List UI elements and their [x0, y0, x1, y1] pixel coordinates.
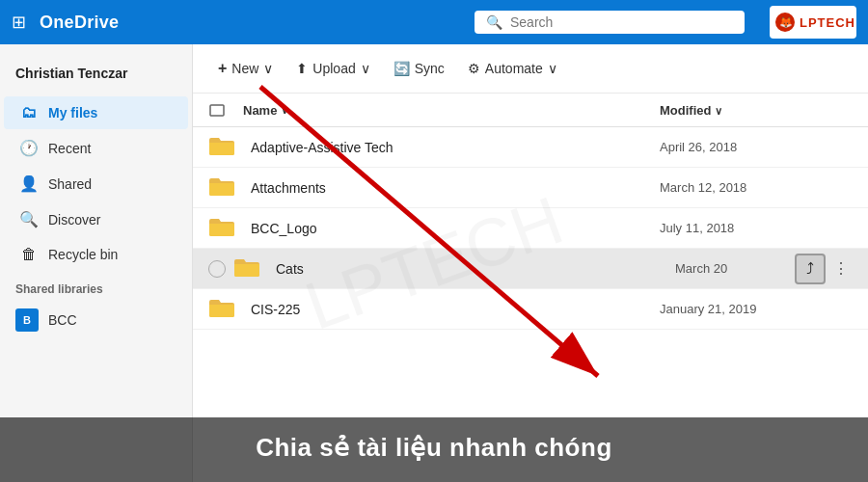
table-row[interactable]: Adaptive-Assistive Tech April 26, 2018 [193, 127, 868, 168]
upload-label: Upload [312, 61, 355, 76]
sync-label: Sync [415, 61, 445, 76]
row-3-icon [233, 256, 268, 281]
shared-icon: 👤 [19, 174, 39, 193]
modified-col-label: Modified [660, 103, 711, 118]
grid-icon: ⊞ [12, 12, 26, 33]
table-row[interactable]: Cats March 20 ⤴ ⋮ [193, 249, 868, 289]
row-3-select-circle[interactable] [208, 260, 226, 278]
upload-button[interactable]: ⬆ Upload ∨ [286, 55, 379, 82]
automate-chevron-icon: ∨ [548, 61, 557, 76]
new-button[interactable]: + New ∨ [208, 54, 283, 83]
row-4-name: CIS-225 [243, 302, 660, 317]
search-icon: 🔍 [486, 14, 502, 30]
sidebar-item-my-files-label: My files [48, 105, 97, 120]
row-3-more-button[interactable]: ⋮ [829, 257, 853, 281]
main-layout: Christian Tenczar 🗂 My files 🕐 Recent 👤 … [0, 44, 868, 482]
sidebar-item-recycle-bin[interactable]: 🗑 Recycle bin [4, 238, 188, 271]
more-icon: ⋮ [833, 259, 849, 278]
search-bar[interactable]: 🔍 [475, 11, 745, 34]
sidebar-item-shared-label: Shared [48, 176, 92, 192]
sidebar-item-discover-label: Discover [48, 212, 100, 228]
share-icon: ⤴ [806, 260, 814, 278]
row-2-name: BCC_Logo [243, 221, 660, 236]
search-input[interactable] [510, 14, 733, 30]
svg-text:🦊: 🦊 [779, 15, 794, 29]
sidebar-user: Christian Tenczar [0, 58, 192, 94]
plus-icon: + [218, 60, 227, 77]
toolbar: + New ∨ ⬆ Upload ∨ 🔄 Sync ⚙ Automate ∨ [193, 44, 868, 94]
automate-icon: ⚙ [468, 61, 480, 76]
row-4-icon [208, 297, 243, 321]
sidebar-lib-bcc[interactable]: B BCC [0, 302, 192, 338]
bottom-text-overlay: Chia sẻ tài liệu nhanh chóng [0, 417, 868, 482]
recycle-bin-icon: 🗑 [19, 246, 39, 263]
sidebar-item-recent[interactable]: 🕐 Recent [4, 131, 188, 165]
row-0-name: Adaptive-Assistive Tech [243, 140, 660, 155]
file-table-header: Name ∨ Modified ∨ [193, 94, 868, 127]
lptech-logo: LPTECH 🦊 [770, 6, 856, 39]
col-modified-header[interactable]: Modified ∨ [660, 103, 814, 118]
row-1-name: Attachments [243, 180, 660, 196]
app-logo: OneDrive [40, 13, 119, 33]
sync-icon: 🔄 [393, 61, 410, 76]
row-2-icon [208, 216, 243, 240]
sidebar-item-recent-label: Recent [48, 141, 91, 156]
row-0-icon [208, 135, 243, 159]
discover-icon: 🔍 [19, 210, 39, 228]
col-name-header[interactable]: Name ∨ [243, 103, 660, 118]
sidebar-item-discover[interactable]: 🔍 Discover [4, 202, 188, 236]
row-1-icon [208, 175, 243, 200]
content-area: + New ∨ ⬆ Upload ∨ 🔄 Sync ⚙ Automate ∨ [193, 44, 868, 482]
svg-text:LPTECH: LPTECH [800, 15, 854, 30]
table-row[interactable]: CIS-225 January 21, 2019 [193, 289, 868, 330]
sidebar-item-shared[interactable]: 👤 Shared [4, 167, 188, 201]
sidebar-item-recycle-bin-label: Recycle bin [48, 247, 118, 262]
shared-libraries-label: Shared libraries [0, 273, 192, 300]
new-chevron-icon: ∨ [263, 61, 273, 76]
upload-chevron-icon: ∨ [361, 61, 370, 76]
row-4-modified: January 21, 2019 [660, 302, 814, 316]
row-2-modified: July 11, 2018 [660, 221, 814, 235]
upload-icon: ⬆ [296, 61, 308, 76]
share-button[interactable]: ⤴ [795, 254, 826, 284]
col-icon-header [208, 101, 243, 119]
modified-sort-icon: ∨ [715, 105, 722, 117]
bcc-lib-icon: B [15, 308, 39, 332]
row-0-modified: April 26, 2018 [660, 140, 814, 154]
row-1-modified: March 12, 2018 [660, 180, 814, 195]
sync-button[interactable]: 🔄 Sync [384, 55, 454, 82]
new-label: New [231, 61, 258, 76]
table-row[interactable]: BCC_Logo July 11, 2018 [193, 208, 868, 249]
overlay-text: Chia sẻ tài liệu nhanh chóng [256, 433, 612, 462]
sidebar-item-my-files[interactable]: 🗂 My files [4, 96, 188, 129]
row-3-name: Cats [268, 261, 675, 277]
table-row[interactable]: Attachments March 12, 2018 [193, 168, 868, 208]
sidebar-lib-bcc-label: BCC [48, 312, 77, 328]
name-sort-icon: ∨ [281, 104, 288, 117]
automate-button[interactable]: ⚙ Automate ∨ [458, 55, 567, 82]
automate-label: Automate [485, 61, 543, 76]
sidebar: Christian Tenczar 🗂 My files 🕐 Recent 👤 … [0, 44, 193, 482]
name-col-label: Name [243, 103, 277, 118]
recent-icon: 🕐 [19, 139, 39, 157]
svg-rect-4 [210, 105, 224, 116]
topbar: ⊞ OneDrive 🔍 LPTECH 🦊 [0, 0, 868, 44]
my-files-icon: 🗂 [19, 104, 39, 121]
